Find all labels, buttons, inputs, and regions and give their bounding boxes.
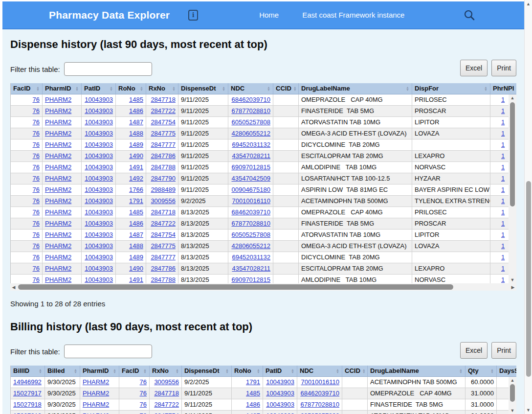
cell-link[interactable]: 1 [501, 152, 505, 160]
cell-link[interactable]: PHARM2 [45, 242, 71, 250]
cell-link[interactable]: 3009556 [154, 378, 179, 386]
cell-link[interactable]: 1488 [129, 130, 143, 137]
cell-link[interactable]: 1 [501, 265, 505, 272]
cell-link[interactable]: 2988489 [151, 186, 176, 193]
cell-link[interactable]: 1487 [129, 118, 143, 126]
cell-link[interactable]: 69452031132 [232, 253, 270, 261]
cell-link[interactable]: 68462039710 [231, 208, 270, 216]
column-header-patid[interactable]: PatID▲▼ [263, 366, 297, 377]
cell-link[interactable]: 00904675180 [231, 186, 270, 193]
cell-link[interactable]: 2847722 [154, 401, 179, 408]
cell-link[interactable]: 1485 [246, 390, 260, 397]
cell-link[interactable]: 1485 [129, 208, 143, 216]
cell-link[interactable]: 10043903 [85, 276, 113, 283]
cell-link[interactable]: 1 [501, 141, 505, 148]
cell-link[interactable]: 1 [501, 276, 505, 283]
column-header-pharmid[interactable]: PharmID▲▼ [80, 366, 119, 377]
cell-link[interactable]: 1489 [129, 141, 143, 148]
print-button[interactable]: Print [491, 342, 516, 359]
cell-link[interactable]: 1 [501, 253, 505, 261]
cell-link[interactable]: 2847722 [151, 107, 176, 115]
cell-link[interactable]: 69097012815 [231, 276, 270, 283]
column-header-phrnpi[interactable]: PhrNPI▲▼ [490, 83, 516, 94]
column-header-qty[interactable]: Qty▲▼ [466, 366, 497, 377]
cell-link[interactable]: 2847718 [151, 208, 176, 216]
cell-link[interactable]: 43547028211 [232, 152, 270, 160]
cell-link[interactable]: 2847777 [151, 141, 176, 148]
cell-link[interactable]: 1486 [129, 220, 143, 227]
cell-link[interactable]: PHARM2 [45, 253, 71, 261]
page-scroll-thumb[interactable] [526, 181, 531, 377]
cell-link[interactable]: 2847790 [151, 175, 176, 182]
cell-link[interactable]: 76 [33, 197, 40, 205]
cell-link[interactable]: 10043903 [85, 175, 113, 182]
cell-link[interactable]: 10043903 [85, 130, 113, 137]
column-header-rono[interactable]: RoNo▲▼ [116, 83, 146, 94]
column-header-dayss[interactable]: DaysS▲▼ [497, 366, 516, 377]
cell-link[interactable]: 10043903 [266, 401, 294, 408]
print-button[interactable]: Print [491, 60, 516, 76]
cell-link[interactable]: 76 [140, 378, 147, 386]
column-header-rxno[interactable]: RxNo▲▼ [146, 83, 178, 94]
dispense-vertical-scrollbar[interactable]: ▲ ▼ [509, 94, 516, 283]
cell-link[interactable]: 15027917 [13, 390, 42, 397]
cell-link[interactable]: 10043903 [85, 107, 113, 115]
cell-link[interactable]: 2847786 [151, 265, 176, 272]
page-scroll-up-arrow[interactable]: ▲ [525, 0, 532, 8]
cell-link[interactable]: 42806055212 [231, 242, 270, 250]
cell-link[interactable]: PHARM2 [45, 107, 71, 115]
cell-link[interactable]: 70010016110 [232, 197, 270, 205]
cell-link[interactable]: 76 [33, 163, 40, 171]
cell-link[interactable]: 2847788 [151, 276, 176, 283]
cell-link[interactable]: 14946992 [13, 378, 42, 386]
cell-link[interactable]: 1487 [129, 231, 143, 238]
cell-link[interactable]: 10043903 [85, 96, 113, 103]
scroll-down-arrow[interactable]: ▼ [509, 276, 516, 283]
dispense-horizontal-scrollbar[interactable]: ◀ ▶ [10, 283, 516, 291]
cell-link[interactable]: 1 [501, 186, 505, 193]
cell-link[interactable]: 76 [33, 175, 40, 182]
cell-link[interactable]: 1488 [129, 242, 143, 250]
cell-link[interactable]: 10043903 [85, 197, 113, 205]
cell-link[interactable]: 76 [33, 265, 40, 272]
billing-vertical-scrollbar[interactable]: ▲ ▼ [509, 377, 516, 414]
cell-link[interactable]: 1 [501, 118, 505, 126]
cell-link[interactable]: 1 [501, 130, 505, 137]
cell-link[interactable]: 15027919 [13, 412, 42, 414]
cell-link[interactable]: 68462039710 [231, 96, 270, 103]
cell-link[interactable]: 10043903 [85, 141, 113, 148]
cell-link[interactable]: PHARM2 [45, 265, 71, 272]
column-header-billid[interactable]: BillID▲▼ [11, 366, 45, 377]
cell-link[interactable]: 76 [140, 412, 147, 414]
cell-link[interactable]: 67877028810 [300, 401, 339, 408]
cell-link[interactable]: 10043903 [85, 265, 113, 272]
cell-link[interactable]: 1 [501, 197, 505, 205]
scroll-right-arrow[interactable]: ▶ [510, 283, 516, 291]
cell-link[interactable]: 1 [501, 96, 505, 103]
cell-link[interactable]: PHARM2 [83, 378, 109, 386]
cell-link[interactable]: 60505257808 [300, 412, 339, 414]
cell-link[interactable]: PHARM2 [45, 186, 71, 193]
cell-link[interactable]: PHARM2 [45, 163, 71, 171]
cell-link[interactable]: 76 [33, 152, 40, 160]
dispense-filter-input[interactable] [64, 62, 152, 76]
column-header-ndc[interactable]: NDC▲▼ [228, 83, 273, 94]
cell-link[interactable]: 1491 [129, 163, 143, 171]
cell-link[interactable]: PHARM2 [45, 197, 71, 205]
cell-link[interactable]: 76 [33, 107, 40, 115]
cell-link[interactable]: 10043903 [85, 118, 113, 126]
cell-link[interactable]: 76 [33, 96, 40, 103]
column-header-facid[interactable]: FacID▲▼ [11, 83, 43, 94]
cell-link[interactable]: 76 [33, 231, 40, 238]
cell-link[interactable]: 76 [140, 390, 147, 397]
excel-button[interactable]: Excel [460, 342, 488, 359]
cell-link[interactable]: 1491 [129, 276, 143, 283]
scroll-thumb[interactable] [510, 384, 515, 402]
cell-link[interactable]: 2847786 [151, 152, 176, 160]
cell-link[interactable]: 10043903 [266, 412, 294, 414]
cell-link[interactable]: 1 [501, 242, 505, 250]
cell-link[interactable]: 76 [33, 130, 40, 137]
search-icon[interactable] [464, 9, 475, 21]
cell-link[interactable]: 2847754 [154, 412, 179, 414]
cell-link[interactable]: 76 [140, 401, 147, 408]
